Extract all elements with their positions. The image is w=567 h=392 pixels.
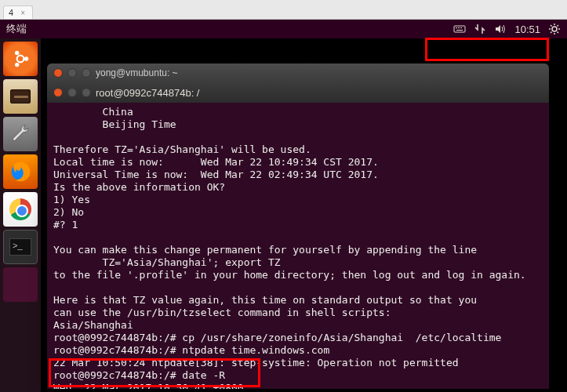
terminal-body[interactable]: China Beijing Time Therefore TZ='Asia/Sh… [47,103,549,389]
unity-launcher: >_ [0,38,41,392]
inner-window-title: root@0992c744874b: / [96,87,199,99]
term-line: TZ='Asia/Shanghai'; export TZ [53,256,281,268]
term-line: to the file '.profile' in your home dire… [53,269,526,281]
network-icon[interactable] [474,23,486,35]
inner-titlebar[interactable]: root@0992c744874b: / [47,82,549,103]
host-tab-bar: 4 × [0,0,567,20]
term-line: Asia/Shanghai [53,319,133,331]
close-icon[interactable] [53,88,63,97]
clock-text[interactable]: 10:51 [514,24,540,35]
terminal-window: yong@vmubuntu: ~ root@0992c744874b: / Ch… [47,64,549,389]
svg-rect-1 [456,27,457,28]
term-line: Therefore TZ='Asia/Shanghai' will be use… [53,143,311,155]
minimize-icon[interactable] [67,88,77,97]
ubuntu-topbar: 终端 10:51 [0,20,567,38]
svg-rect-2 [458,27,460,28]
term-cmd: ntpdate time.windows.com [176,344,330,356]
term-cmd: cp /usr/share/zoneinfo/Asia/Shanghai /et… [176,332,502,343]
svg-point-8 [15,51,19,55]
term-line: 2) No [53,206,84,218]
term-line: Wed, 22 Mar 2017 10:50:41 +0800 [53,382,244,389]
term-line: #? 1 [53,219,78,230]
outer-window-title: yong@vmubuntu: ~ [96,67,178,78]
annotation-highlight-topbar [425,38,549,61]
launcher-settings[interactable] [3,117,38,151]
svg-point-6 [17,56,24,63]
term-line: Beijing Time [53,118,176,130]
keyboard-icon[interactable] [453,23,466,35]
launcher-terminal[interactable]: >_ [3,230,38,264]
svg-rect-0 [454,26,465,32]
term-line: can use the /usr/bin/tzselect command in… [53,307,391,318]
host-tab[interactable]: 4 × [3,5,33,19]
maximize-icon[interactable] [82,68,91,78]
launcher-chrome[interactable] [3,192,38,227]
term-line: China [53,106,133,118]
term-line: 22 Mar 10:50:24 ntpdate[38]: step-systim… [53,357,459,368]
close-icon[interactable] [53,68,63,78]
host-tab-label: 4 [9,8,13,17]
active-app-title: 终端 [6,22,27,36]
term-line: Local time is now: Wed Mar 22 10:49:34 C… [53,156,379,168]
term-line: Universal Time is now: Wed Mar 22 02:49:… [53,169,379,180]
launcher-firefox[interactable] [3,154,38,189]
minimize-icon[interactable] [67,68,77,78]
launcher-files[interactable] [3,79,38,114]
svg-rect-3 [460,27,462,28]
svg-rect-4 [456,30,463,31]
term-prompt: root@0992c744874b:/# [53,369,176,381]
term-prompt: root@0992c744874b:/# [53,332,176,343]
term-line: You can make this change permanent for y… [53,244,477,256]
launcher-item[interactable] [3,267,38,302]
maximize-icon[interactable] [82,88,91,97]
outer-titlebar[interactable]: yong@vmubuntu: ~ [47,64,549,82]
vm-screen: 终端 10:51 [0,20,567,392]
term-line: Here is that TZ value again, this time o… [53,294,477,306]
term-cmd: date -R [176,369,226,381]
svg-point-9 [15,63,19,67]
close-icon[interactable]: × [18,8,27,17]
gear-icon[interactable] [548,23,561,35]
term-line: Is the above information OK? [53,181,225,193]
term-line: 1) Yes [53,194,90,205]
svg-point-5 [552,27,557,31]
svg-point-7 [24,56,28,60]
launcher-dash[interactable] [3,42,38,76]
term-prompt: root@0992c744874b:/# [53,344,176,356]
volume-icon[interactable] [494,23,507,35]
